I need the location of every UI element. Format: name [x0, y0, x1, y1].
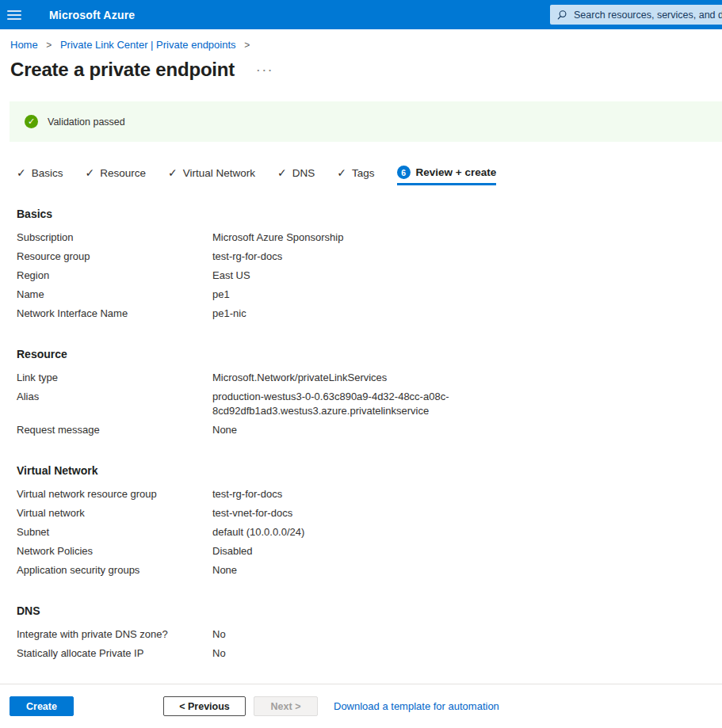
row-value: production-westus3-0-0.63c890a9-4d32-48c…	[212, 390, 460, 418]
row-value: No	[212, 646, 226, 661]
row-label: Alias	[17, 390, 212, 418]
summary-row: Request messageNone	[17, 421, 722, 440]
more-options-icon[interactable]: ···	[257, 64, 274, 76]
section-heading: Virtual Network	[17, 464, 722, 477]
hamburger-menu-icon[interactable]	[7, 10, 21, 20]
validation-banner: ✓ Validation passed	[10, 101, 722, 142]
row-value: test-rg-for-docs	[212, 250, 282, 264]
check-icon: ✓	[17, 166, 26, 179]
check-icon: ✓	[277, 166, 287, 179]
summary-row: Virtual network resource grouptest-rg-fo…	[17, 485, 722, 504]
check-icon: ✓	[337, 166, 346, 179]
row-label: Resource group	[17, 250, 212, 264]
summary-row: RegionEast US	[17, 266, 722, 285]
row-value: test-vnet-for-docs	[212, 506, 292, 520]
summary-row: Statically allocate Private IPNo	[17, 644, 722, 663]
row-value: None	[212, 563, 237, 577]
row-label: Request message	[17, 423, 212, 437]
tab-review-create[interactable]: 6Review + create	[397, 166, 497, 185]
row-label: Subnet	[17, 525, 212, 539]
tab-virtual-network[interactable]: ✓Virtual Network	[168, 166, 255, 185]
summary-row: Aliasproduction-westus3-0-0.63c890a9-4d3…	[17, 387, 722, 421]
row-label: Virtual network resource group	[17, 487, 212, 501]
summary-row: SubscriptionMicrosoft Azure Sponsorship	[17, 228, 722, 247]
row-value: pe1-nic	[212, 307, 246, 321]
tab-list: ✓Basics✓Resource✓Virtual Network✓DNS✓Tag…	[17, 166, 722, 185]
row-value: test-rg-for-docs	[212, 487, 282, 501]
row-value: No	[212, 627, 226, 642]
tab-label: Basics	[32, 167, 63, 179]
footer-bar: Create < Previous Next > Download a temp…	[0, 684, 722, 728]
section-virtual-network: Virtual NetworkVirtual network resource …	[17, 464, 722, 580]
tab-label: Tags	[352, 167, 375, 179]
tab-dns[interactable]: ✓DNS	[277, 166, 315, 185]
row-label: Name	[17, 288, 212, 302]
breadcrumb-home[interactable]: Home	[10, 39, 38, 51]
create-button[interactable]: Create	[10, 696, 74, 716]
row-value: Disabled	[212, 544, 253, 558]
tab-label: Review + create	[416, 166, 497, 178]
row-label: Network Interface Name	[17, 307, 212, 321]
section-basics: BasicsSubscriptionMicrosoft Azure Sponso…	[17, 208, 722, 323]
breadcrumb-parent[interactable]: Private Link Center | Private endpoints	[60, 39, 236, 51]
row-value: East US	[212, 269, 250, 283]
previous-button[interactable]: < Previous	[163, 696, 246, 716]
summary-row: Subnetdefault (10.0.0.0/24)	[17, 523, 722, 542]
top-bar: Microsoft Azure Search resources, servic…	[0, 0, 722, 29]
tab-label: Virtual Network	[183, 167, 255, 179]
summary-row: Integrate with private DNS zone?No	[17, 625, 722, 644]
section-dns: DNSIntegrate with private DNS zone?NoSta…	[17, 604, 722, 663]
summary-row: Resource grouptest-rg-for-docs	[17, 247, 722, 266]
success-check-icon: ✓	[25, 115, 38, 128]
next-button[interactable]: Next >	[254, 696, 318, 716]
check-icon: ✓	[168, 166, 178, 179]
tab-resource[interactable]: ✓Resource	[86, 166, 147, 185]
section-heading: Basics	[17, 208, 722, 220]
summary-row: Namepe1	[17, 285, 722, 304]
breadcrumb-separator: >	[46, 40, 52, 51]
section-heading: Resource	[17, 348, 722, 360]
search-text: Search resources, services, and docs (G+…	[574, 10, 722, 21]
tab-basics[interactable]: ✓Basics	[17, 166, 63, 185]
row-label: Subscription	[17, 231, 212, 245]
search-icon	[556, 10, 567, 21]
app-title: Microsoft Azure	[49, 9, 135, 21]
download-template-link[interactable]: Download a template for automation	[334, 700, 499, 712]
section-resource: ResourceLink typeMicrosoft.Network/priva…	[17, 348, 722, 440]
search-input[interactable]: Search resources, services, and docs (G+…	[550, 5, 722, 25]
step-number-badge: 6	[397, 166, 411, 179]
page-title: Create a private endpoint	[10, 58, 235, 82]
row-label: Region	[17, 269, 212, 283]
check-icon: ✓	[86, 166, 95, 179]
summary-row: Link typeMicrosoft.Network/privateLinkSe…	[17, 368, 722, 387]
breadcrumb-separator: >	[244, 40, 250, 51]
row-value: Microsoft Azure Sponsorship	[212, 231, 343, 245]
tab-label: Resource	[100, 167, 146, 179]
tab-tags[interactable]: ✓Tags	[337, 166, 374, 185]
row-label: Link type	[17, 371, 212, 385]
row-value: default (10.0.0.0/24)	[212, 525, 304, 539]
row-value: None	[212, 423, 237, 437]
breadcrumb: Home > Private Link Center | Private end…	[10, 39, 722, 51]
summary-row: Application security groupsNone	[17, 561, 722, 580]
row-label: Statically allocate Private IP	[17, 646, 212, 661]
row-label: Network Policies	[17, 544, 212, 558]
section-heading: DNS	[17, 604, 722, 617]
summary-row: Network PoliciesDisabled	[17, 542, 722, 561]
row-label: Virtual network	[17, 506, 212, 520]
row-label: Application security groups	[17, 563, 212, 577]
row-value: Microsoft.Network/privateLinkServices	[212, 371, 387, 385]
summary-row: Virtual networktest-vnet-for-docs	[17, 504, 722, 523]
validation-message: Validation passed	[48, 116, 125, 128]
sections: BasicsSubscriptionMicrosoft Azure Sponso…	[17, 208, 722, 663]
summary-row: Network Interface Namepe1-nic	[17, 304, 722, 323]
tab-label: DNS	[292, 167, 315, 179]
row-value: pe1	[212, 288, 230, 302]
row-label: Integrate with private DNS zone?	[17, 627, 212, 642]
